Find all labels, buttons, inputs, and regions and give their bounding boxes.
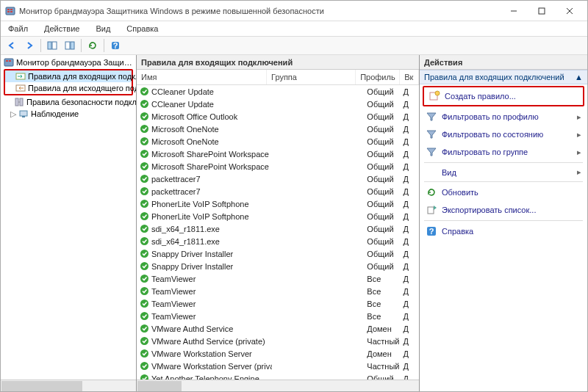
menu-help[interactable]: Справка	[123, 23, 161, 35]
col-profile[interactable]: Профиль	[356, 70, 400, 84]
table-row[interactable]: VMware Authd ServiceДоменД	[137, 322, 419, 335]
table-row[interactable]: Microsoft SharePoint WorkspaceОбщийД	[137, 160, 419, 173]
connsec-icon	[14, 97, 24, 107]
action-export[interactable]: Экспортировать список...	[420, 201, 587, 219]
action-new-rule[interactable]: Создать правило...	[426, 89, 581, 104]
action-export-label: Экспортировать список...	[442, 206, 536, 214]
svg-point-43	[140, 312, 148, 320]
tree-outbound-rules[interactable]: Правила для исходящего подключения	[5, 82, 132, 94]
tree-hscrollbar[interactable]	[1, 380, 136, 391]
cell-name: VMware Authd Service (private)	[137, 336, 272, 346]
cell-enabled: Д	[401, 162, 419, 171]
outbound-rules-icon	[15, 83, 26, 93]
forward-button[interactable]	[21, 37, 37, 54]
svg-point-34	[140, 200, 148, 208]
menu-view[interactable]: Вид	[93, 23, 113, 35]
maximize-button[interactable]	[528, 3, 555, 19]
rule-allowed-icon	[140, 174, 149, 184]
table-row[interactable]: PhonerLite VoIP SoftphoneОбщийД	[137, 210, 419, 222]
tree-root[interactable]: Монитор брандмауэра Защитника Windows	[2, 57, 135, 68]
action-filter-profile[interactable]: Фильтровать по профилю ▸	[420, 108, 587, 126]
table-row[interactable]: PhonerLite VoIP SoftphoneОбщийД	[137, 197, 419, 210]
svg-point-30	[140, 150, 148, 158]
table-row[interactable]: sdi_x64_r1811.exeОбщийД	[137, 222, 419, 235]
cell-enabled: Д	[401, 362, 419, 371]
table-row[interactable]: TeamViewerВсеД	[137, 272, 419, 285]
table-row[interactable]: TeamViewerВсеД	[137, 310, 419, 322]
cell-name: Snappy Driver Installer	[137, 261, 272, 271]
table-row[interactable]: Microsoft SharePoint WorkspaceОбщийД	[137, 148, 419, 160]
show-hide-actions-button[interactable]	[62, 37, 78, 54]
tree-pane: Монитор брандмауэра Защитника Windows Пр…	[1, 55, 137, 391]
table-row[interactable]: packettracer7ОбщийД	[137, 185, 419, 197]
action-filter-group[interactable]: Фильтровать по группе ▸	[420, 143, 587, 161]
minimize-button[interactable]	[501, 3, 527, 19]
table-row[interactable]: TeamViewerВсеД	[137, 297, 419, 310]
actions-subheader[interactable]: Правила для входящих подключений ▲	[420, 70, 587, 84]
svg-point-38	[140, 250, 148, 258]
table-row[interactable]: Snappy Driver InstallerОбщийД	[137, 247, 419, 260]
rule-allowed-icon	[140, 199, 149, 208]
svg-point-29	[140, 137, 148, 145]
table-row[interactable]: CCleaner UpdateОбщийД	[137, 85, 419, 98]
filter-icon	[426, 111, 437, 123]
table-row[interactable]: Microsoft Office OutlookОбщийД	[137, 110, 419, 123]
main-area: Монитор брандмауэра Защитника Windows Пр…	[1, 55, 587, 391]
table-row[interactable]: CCleaner UpdateОбщийД	[137, 98, 419, 110]
action-refresh[interactable]: Обновить	[420, 184, 587, 201]
cell-enabled: Д	[401, 87, 419, 96]
menu-file[interactable]: Файл	[5, 23, 31, 35]
svg-rect-59	[428, 207, 434, 214]
action-filter-state[interactable]: Фильтровать по состоянию ▸	[420, 126, 587, 143]
col-enabled[interactable]: Вк	[400, 70, 419, 84]
svg-rect-16	[6, 60, 8, 62]
table-row[interactable]: VMware Workstation ServerДоменД	[137, 347, 419, 360]
cell-profile: Общий	[364, 250, 400, 258]
grid-hscrollbar[interactable]	[137, 380, 419, 391]
tree-monitoring[interactable]: ▷ Наблюдение	[2, 108, 135, 120]
svg-point-27	[140, 112, 148, 120]
rule-allowed-icon	[140, 261, 149, 271]
tree-inbound-rules[interactable]: Правила для входящих подключений	[5, 70, 132, 82]
rule-allowed-icon	[140, 99, 149, 109]
table-row[interactable]: Microsoft OneNoteОбщийД	[137, 135, 419, 148]
actions-separator	[424, 220, 583, 221]
action-new-rule-label: Создать правило...	[445, 92, 516, 101]
help-button[interactable]: ?	[107, 37, 123, 54]
cell-profile: Все	[364, 275, 400, 283]
col-name[interactable]: Имя	[137, 70, 267, 84]
grid-header: Имя Группа Профиль Вк	[137, 70, 419, 85]
svg-point-37	[140, 237, 148, 245]
tree-connsec-rules[interactable]: Правила безопасности подключения	[2, 96, 135, 108]
refresh-button[interactable]	[85, 37, 101, 54]
table-row[interactable]: sdi_x64_r1811.exeОбщийД	[137, 235, 419, 247]
back-button[interactable]	[4, 37, 20, 54]
cell-profile: Общий	[364, 87, 400, 96]
svg-rect-20	[15, 98, 18, 106]
rule-allowed-icon	[140, 87, 149, 96]
action-filter-profile-label: Фильтровать по профилю	[442, 112, 539, 121]
show-hide-tree-button[interactable]	[44, 37, 60, 54]
cell-profile: Все	[364, 312, 400, 321]
table-row[interactable]: TeamViewerВсеД	[137, 285, 419, 297]
table-row[interactable]: Snappy Driver InstallerОбщийД	[137, 260, 419, 272]
tree-monitoring-label: Наблюдение	[31, 109, 79, 118]
menu-action[interactable]: Действие	[41, 23, 82, 35]
cell-enabled: Д	[401, 237, 419, 246]
cell-name: packettracer7	[137, 174, 272, 184]
table-row[interactable]: VMware Authd Service (private)ЧастныйД	[137, 335, 419, 347]
table-row[interactable]: packettracer7ОбщийД	[137, 173, 419, 185]
table-row[interactable]: Yet Another Telephony EngineОбщийД	[137, 372, 419, 380]
svg-point-42	[140, 300, 148, 308]
table-row[interactable]: VMware Workstation Server (private)Частн…	[137, 360, 419, 372]
cell-profile: Домен	[364, 324, 400, 333]
action-help[interactable]: ? Справка	[420, 222, 587, 240]
col-group[interactable]: Группа	[267, 70, 356, 84]
action-view[interactable]: Вид ▸	[420, 164, 587, 180]
close-button[interactable]	[556, 3, 583, 19]
actions-separator	[424, 181, 583, 182]
table-row[interactable]: Microsoft OneNoteОбщийД	[137, 123, 419, 135]
expand-icon[interactable]: ▷	[10, 109, 16, 119]
actions-list: Правила для входящих подключений ▲ Созда…	[420, 70, 587, 391]
rule-allowed-icon	[140, 299, 149, 308]
